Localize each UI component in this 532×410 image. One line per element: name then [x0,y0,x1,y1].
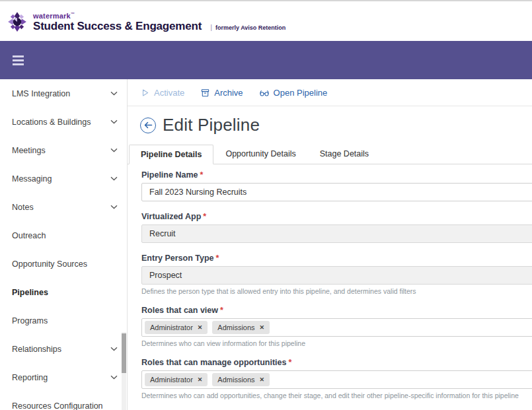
pipeline-form: Pipeline Name* Virtualized App* Entry Pe… [128,164,532,399]
sidebar-item-label: Outreach [12,231,118,240]
chevron-down-icon [110,120,118,124]
required-marker: * [288,358,291,367]
brand-tagline: formerly Aviso Retention [215,24,285,31]
chevron-down-icon [110,347,118,351]
sidebar-item-lms-integration[interactable]: LMS Integration [0,79,127,108]
field-label: Roles that can view* [141,306,532,315]
sidebar-item-label: Resources Configuration [12,401,118,410]
sidebar-scrollbar-thumb[interactable] [122,333,126,373]
back-button[interactable] [140,118,156,133]
required-marker: * [220,306,223,315]
sidebar-item-label: Pipelines [12,288,118,297]
field-virtualized-app: Virtualized App* [141,212,532,243]
sidebar-item-label: Reporting [12,373,110,382]
field-pipeline-name: Pipeline Name* [141,170,532,201]
archive-icon [200,88,210,98]
sidebar-item-resources-configuration[interactable]: Resources Configuration [0,392,127,410]
sidebar-item-label: Locations & Buildings [12,118,110,127]
required-marker: * [203,212,206,221]
glasses-icon [259,88,270,98]
required-marker: * [200,170,203,180]
chevron-down-icon [110,148,118,153]
main-panel: Activate Archive [128,79,532,410]
sidebar-item-label: Relationships [12,345,110,354]
separator: | [210,23,212,31]
tab-pipeline-details[interactable]: Pipeline Details [129,145,213,164]
roles-can-manage-multiselect[interactable]: Administrator ✕ Admissions ✕ [141,370,532,389]
open-pipeline-button[interactable]: Open Pipeline [259,88,328,98]
entry-person-type-input [141,266,532,285]
back-arrow-icon [144,121,153,129]
sidebar-item-locations-buildings[interactable]: Locations & Buildings [0,108,127,136]
activate-button[interactable]: Activate [140,88,184,98]
helper-text: Defines the person type that is allowed … [141,287,532,295]
pipeline-toolbar: Activate Archive [128,79,532,106]
brand-header: watermark™ Student Success & Engagement … [0,1,532,41]
product-name: Student Success & Engagement [33,20,202,32]
watermark-logo-icon [7,11,28,32]
sidebar-item-messaging[interactable]: Messaging [0,164,127,193]
sidebar-item-programs[interactable]: Programs [0,306,127,335]
role-chip: Administrator ✕ [145,321,208,334]
sidebar-item-label: Messaging [12,174,110,184]
remove-chip-icon[interactable]: ✕ [260,377,265,383]
roles-can-view-multiselect[interactable]: Administrator ✕ Admissions ✕ [141,318,532,337]
sidebar: LMS Integration Locations & Buildings Me… [0,79,128,410]
sidebar-item-label: Meetings [12,146,110,155]
sidebar-item-meetings[interactable]: Meetings [0,136,127,164]
field-roles-can-manage: Roles that can manage opportunities* Adm… [141,358,532,399]
helper-text: Determines who can add opportunities, ch… [141,392,532,399]
remove-chip-icon[interactable]: ✕ [198,325,203,331]
remove-chip-icon[interactable]: ✕ [198,377,203,383]
sidebar-item-label: LMS Integration [12,89,110,98]
play-icon [140,88,150,98]
sidebar-item-reporting[interactable]: Reporting [0,363,127,392]
top-navbar [0,41,532,79]
chevron-down-icon [110,205,118,209]
chevron-down-icon [110,375,118,380]
hamburger-menu-icon[interactable] [13,55,24,65]
chevron-down-icon [110,176,118,181]
role-chip: Admissions ✕ [212,321,270,334]
field-label: Roles that can manage opportunities* [141,358,532,367]
required-marker: * [216,254,219,263]
sidebar-item-label: Programs [12,316,118,325]
role-chip: Admissions ✕ [212,373,270,386]
sidebar-item-pipelines[interactable]: Pipelines [0,278,127,306]
tab-stage-details[interactable]: Stage Details [308,144,381,164]
field-label: Virtualized App* [141,212,532,221]
role-chip: Administrator ✕ [145,373,208,386]
brand-name: watermark™ [33,10,285,20]
sidebar-item-label: Notes [12,203,110,212]
sidebar-item-outreach[interactable]: Outreach [0,221,127,250]
field-entry-person-type: Entry Person Type* Defines the person ty… [141,254,532,295]
tab-bar: Pipeline Details Opportunity Details Sta… [128,144,532,164]
app-window: watermark™ Student Success & Engagement … [0,0,532,410]
archive-button[interactable]: Archive [200,88,243,98]
sidebar-item-notes[interactable]: Notes [0,193,127,221]
trademark: ™ [71,12,75,16]
sidebar-item-opportunity-sources[interactable]: Opportunity Sources [0,250,127,278]
sidebar-item-relationships[interactable]: Relationships [0,335,127,363]
field-label: Pipeline Name* [141,170,532,180]
helper-text: Determines who can view information for … [141,339,532,347]
tab-opportunity-details[interactable]: Opportunity Details [213,144,307,164]
pipeline-name-input[interactable] [141,183,532,201]
field-label: Entry Person Type* [141,254,532,263]
field-roles-can-view: Roles that can view* Administrator ✕ Adm… [141,306,532,347]
remove-chip-icon[interactable]: ✕ [260,325,265,331]
page-title: Edit Pipeline [163,115,260,135]
virtualized-app-input [141,224,532,243]
sidebar-item-label: Opportunity Sources [12,259,118,269]
sidebar-scrollbar-track[interactable] [122,332,126,410]
brand-text: watermark™ Student Success & Engagement … [33,10,285,32]
chevron-down-icon [110,91,118,96]
